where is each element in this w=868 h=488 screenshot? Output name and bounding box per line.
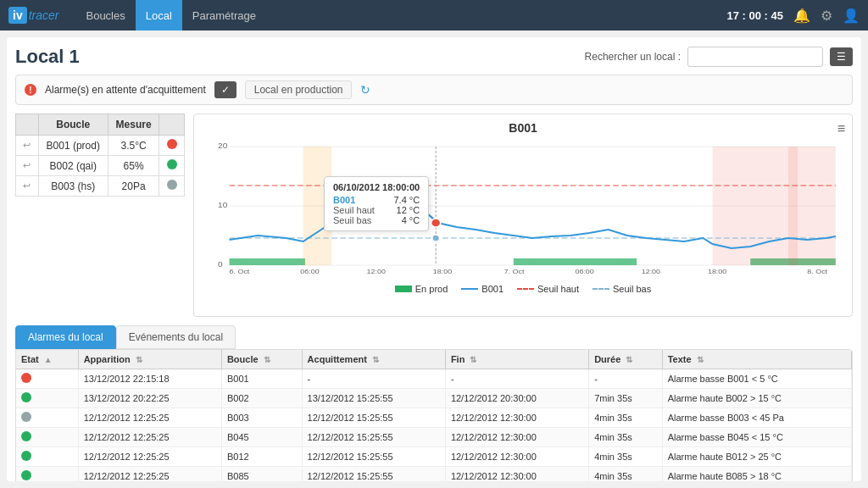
svg-point-25 [432, 235, 440, 241]
legend-b001-label: B001 [481, 284, 504, 294]
page-title: Local 1 [15, 46, 80, 68]
chart-menu-icon[interactable]: ≡ [837, 121, 845, 136]
status-badge: Local en production [245, 80, 353, 99]
alarm-status [16, 389, 78, 408]
alarm-boucle: B012 [221, 447, 302, 467]
nav-parametrage[interactable]: Paramétrage [182, 0, 266, 30]
search-menu-button[interactable]: ☰ [830, 47, 853, 66]
tab-alarmes[interactable]: Alarmes du local [15, 325, 116, 349]
col-acquittement[interactable]: Acquittement ⇅ [302, 350, 445, 369]
col-header-status [159, 114, 185, 136]
check-button[interactable]: ✓ [214, 81, 236, 98]
bell-icon[interactable]: 🔔 [793, 8, 810, 24]
legend-b001: B001 [461, 284, 504, 294]
chart-tooltip: 06/10/2012 18:00:00 B001 7.4 °C Seuil ha… [324, 176, 429, 231]
nav-local[interactable]: Local [136, 0, 182, 30]
col-apparition[interactable]: Apparition ⇅ [78, 350, 221, 369]
app-header: iv tracer Boucles Local Paramétrage 17 :… [0, 0, 868, 30]
alarm-acquittement: 12/12/2012 15:25:55 [302, 428, 445, 447]
alarm-row[interactable]: 12/12/2012 12:25:25 B085 12/12/2012 15:2… [16, 467, 852, 482]
alarm-duree: 4min 35s [589, 447, 663, 467]
top-bar: Local 1 Rechercher un local : ☰ [15, 46, 853, 68]
svg-text:20: 20 [218, 141, 227, 150]
alarm-boucle: B003 [221, 408, 302, 428]
svg-rect-7 [514, 258, 637, 265]
legend-lightblue-line [593, 288, 609, 290]
content-area: Boucle Mesure ↩ B001 (prod) 3.5°C ↩ B002… [15, 114, 853, 317]
boucle-value: 65% [108, 156, 159, 176]
svg-text:7. Oct: 7. Oct [504, 267, 525, 274]
col-header-icon [16, 114, 39, 136]
tooltip-date: 06/10/2012 18:00:00 [333, 182, 420, 192]
alarm-fin: 12/12/2012 12:30:00 [445, 447, 588, 467]
bottom-section: Alarmes du local Evénements du local Eta… [15, 325, 853, 481]
alert-bar: ! Alarme(s) en attente d'acquittement ✓ … [15, 75, 853, 105]
tooltip-b001-value: 7.4 °C [393, 195, 420, 205]
alarm-apparition: 12/12/2012 12:25:25 [78, 447, 221, 467]
search-area: Rechercher un local : ☰ [585, 47, 853, 67]
svg-rect-6 [230, 258, 305, 265]
search-input[interactable] [687, 47, 823, 67]
tooltip-b001-label: B001 [333, 195, 355, 205]
tooltip-seuil-bas-value: 4 °C [402, 215, 420, 225]
alarm-row[interactable]: 12/12/2012 12:25:25 B012 12/12/2012 15:2… [16, 447, 852, 467]
col-fin[interactable]: Fin ⇅ [445, 350, 588, 369]
col-texte[interactable]: Texte ⇅ [662, 350, 851, 369]
search-label: Rechercher un local : [585, 51, 681, 63]
alarm-texte: Alarme haute B012 > 25 °C [662, 447, 851, 467]
boucle-row[interactable]: ↩ B001 (prod) 3.5°C [16, 136, 185, 156]
refresh-button[interactable]: ↻ [360, 83, 370, 97]
chart-panel: B001 ≡ 20 10 0 [193, 114, 853, 317]
nav-boucles[interactable]: Boucles [75, 0, 135, 30]
alarm-boucle: B085 [221, 467, 302, 482]
alarm-row[interactable]: 13/12/2012 20:22:25 B002 13/12/2012 15:2… [16, 389, 852, 408]
alarm-apparition: 12/12/2012 12:25:25 [78, 467, 221, 482]
col-header-boucle: Boucle [38, 114, 108, 136]
alarm-apparition: 12/12/2012 12:25:25 [78, 428, 221, 447]
clock-display: 17 : 00 : 45 [727, 9, 784, 22]
boucle-name: B002 (qai) [38, 156, 108, 176]
col-duree[interactable]: Durée ⇅ [589, 350, 663, 369]
boucle-row[interactable]: ↩ B002 (qai) 65% [16, 156, 185, 176]
settings-icon[interactable]: ⚙ [821, 8, 832, 24]
tabs: Alarmes du local Evénements du local [15, 325, 853, 349]
boucle-value: 20Pa [108, 176, 159, 197]
alarm-duree: 4min 35s [589, 408, 663, 428]
alarm-fin: 12/12/2012 12:30:00 [445, 428, 588, 447]
alarm-table-container: Etat ▲ Apparition ⇅ Boucle ⇅ Acquittemen… [15, 349, 853, 481]
col-header-mesure: Mesure [108, 114, 159, 136]
svg-text:0: 0 [218, 260, 223, 269]
alarm-texte: Alarme haute B085 > 18 °C [662, 467, 851, 482]
tab-evenements[interactable]: Evénements du local [116, 325, 236, 349]
boucle-row[interactable]: ↩ B003 (hs) 20Pa [16, 176, 185, 197]
svg-point-24 [431, 219, 441, 227]
boucle-value: 3.5°C [108, 136, 159, 156]
alarm-status [16, 369, 78, 389]
legend-enprod-label: En prod [415, 284, 448, 294]
logo: iv tracer [8, 7, 58, 24]
alarm-fin: 12/12/2012 12:30:00 [445, 467, 588, 482]
logo-text: tracer [29, 8, 59, 22]
boucles-panel: Boucle Mesure ↩ B001 (prod) 3.5°C ↩ B002… [15, 114, 185, 317]
legend-seuil-bas: Seuil bas [593, 284, 651, 294]
svg-text:12:00: 12:00 [367, 267, 387, 274]
col-boucle[interactable]: Boucle ⇅ [221, 350, 302, 369]
legend-blue-line [461, 288, 478, 290]
boucles-table: Boucle Mesure ↩ B001 (prod) 3.5°C ↩ B002… [15, 114, 185, 197]
tooltip-seuil-bas-label: Seuil bas [333, 215, 371, 225]
alarm-row[interactable]: 13/12/2012 22:15:18 B001 - - - Alarme ba… [16, 369, 852, 389]
boucle-icon: ↩ [16, 176, 39, 197]
alarm-row[interactable]: 12/12/2012 12:25:25 B003 12/12/2012 15:2… [16, 408, 852, 428]
col-etat[interactable]: Etat ▲ [16, 350, 78, 369]
alarm-row[interactable]: 12/12/2012 12:25:25 B045 12/12/2012 15:2… [16, 428, 852, 447]
legend-seuil-bas-label: Seuil bas [613, 284, 651, 294]
alarm-apparition: 13/12/2012 20:22:25 [78, 389, 221, 408]
legend-red-line [517, 288, 534, 290]
tooltip-seuil-bas-row: Seuil bas 4 °C [333, 215, 420, 225]
alarm-status [16, 408, 78, 428]
alarm-acquittement: 13/12/2012 15:25:55 [302, 389, 445, 408]
svg-text:12:00: 12:00 [642, 267, 661, 274]
user-icon[interactable]: 👤 [843, 8, 860, 24]
alarm-fin: 12/12/2012 12:30:00 [445, 408, 588, 428]
alarm-boucle: B002 [221, 389, 302, 408]
